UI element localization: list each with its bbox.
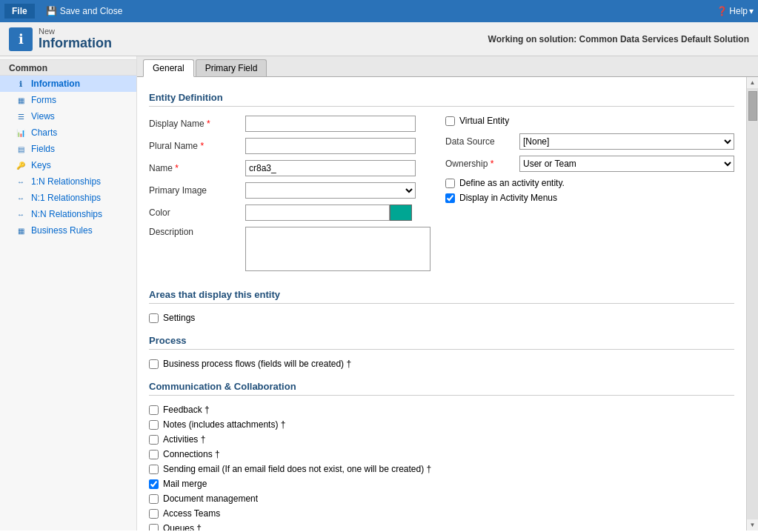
display-name-row: Display Name * xyxy=(149,116,430,132)
sidebar: Common ℹ Information ▦ Forms ☰ Views 📊 C… xyxy=(0,56,137,531)
name-input[interactable]: cr8a3_ xyxy=(245,160,416,176)
two-col-layout: Display Name * Plural Name * xyxy=(149,116,734,277)
help-button[interactable]: ❓ Help ▾ xyxy=(717,6,754,16)
scroll-up-button[interactable]: ▲ xyxy=(748,77,758,88)
display-name-label: Display Name * xyxy=(149,119,245,129)
save-close-label: Save and Close xyxy=(60,6,123,16)
sidebar-item-charts[interactable]: 📊 Charts xyxy=(0,124,136,141)
n1-rel-icon: ↔ xyxy=(15,192,27,204)
ownership-row: Ownership * User or Team xyxy=(445,156,734,172)
name-required: * xyxy=(175,163,179,173)
entity-definition-header: Entity Definition xyxy=(149,92,734,107)
data-source-select[interactable]: [None] xyxy=(519,133,734,150)
sidebar-item-n1-relationships[interactable]: ↔ N:1 Relationships xyxy=(0,190,136,206)
feedback-checkbox[interactable] xyxy=(149,405,159,415)
entity-icon: ℹ xyxy=(19,31,24,47)
content-area: General Primary Field Entity Definition … xyxy=(137,56,758,531)
sidebar-group-common: Common xyxy=(0,59,136,76)
comm-collab-section: Communication & Collaboration Feedback †… xyxy=(149,381,734,531)
virtual-entity-checkbox[interactable] xyxy=(445,116,455,126)
plural-name-row: Plural Name * xyxy=(149,138,430,154)
queues-row: Queues † xyxy=(149,523,734,531)
description-row: Description xyxy=(149,227,430,271)
areas-section: Areas that display this entity Settings xyxy=(149,289,734,323)
sidebar-label-fields: Fields xyxy=(31,144,55,154)
help-label: Help xyxy=(729,6,748,16)
define-activity-row: Define as an activity entity. xyxy=(445,178,734,188)
nn-rel-icon: ↔ xyxy=(15,208,27,220)
areas-section-header: Areas that display this entity xyxy=(149,289,734,304)
title-text: Information xyxy=(39,36,112,51)
primary-image-select[interactable] xyxy=(245,182,416,199)
sending-email-checkbox[interactable] xyxy=(149,465,159,474)
save-close-button[interactable]: 💾 Save and Close xyxy=(41,4,128,19)
display-activity-label: Display in Activity Menus xyxy=(459,193,557,203)
help-dropdown-icon: ▾ xyxy=(749,6,754,16)
main-layout: Common ℹ Information ▦ Forms ☰ Views 📊 C… xyxy=(0,56,758,531)
virtual-entity-row: Virtual Entity xyxy=(445,116,734,126)
settings-checkbox[interactable] xyxy=(149,313,159,323)
sidebar-item-fields[interactable]: ▤ Fields xyxy=(0,141,136,157)
sidebar-item-nn-relationships[interactable]: ↔ N:N Relationships xyxy=(0,206,136,222)
connections-checkbox[interactable] xyxy=(149,450,159,459)
notes-checkbox[interactable] xyxy=(149,420,159,430)
data-source-label: Data Source xyxy=(445,136,519,147)
mail-merge-checkbox[interactable] xyxy=(149,479,159,489)
mail-merge-label: Mail merge xyxy=(163,479,207,489)
new-label: New xyxy=(39,27,112,36)
display-activity-row: Display in Activity Menus xyxy=(445,193,734,203)
feedback-label: Feedback † xyxy=(163,405,210,415)
sidebar-item-1n-relationships[interactable]: ↔ 1:N Relationships xyxy=(0,173,136,190)
sidebar-item-views[interactable]: ☰ Views xyxy=(0,108,136,124)
file-button[interactable]: File xyxy=(4,4,35,19)
data-source-row: Data Source [None] xyxy=(445,133,734,150)
process-section-header: Process xyxy=(149,335,734,350)
plural-name-input[interactable] xyxy=(245,138,416,154)
header: ℹ New Information Working on solution: C… xyxy=(0,22,758,56)
color-swatch[interactable] xyxy=(390,205,412,221)
settings-row: Settings xyxy=(149,313,734,323)
form-content: Entity Definition Display Name * xyxy=(137,77,746,531)
display-activity-checkbox[interactable] xyxy=(445,193,455,203)
queues-label: Queues † xyxy=(163,523,202,531)
access-teams-checkbox[interactable] xyxy=(149,509,159,519)
access-teams-row: Access Teams xyxy=(149,508,734,519)
access-teams-label: Access Teams xyxy=(163,508,220,519)
primary-image-row: Primary Image xyxy=(149,182,430,199)
sidebar-label-forms: Forms xyxy=(31,95,56,105)
sidebar-item-information[interactable]: ℹ Information xyxy=(0,76,136,92)
sidebar-label-information: Information xyxy=(31,79,80,89)
header-left: ℹ New Information xyxy=(9,27,112,51)
toolbar: File 💾 Save and Close ❓ Help ▾ xyxy=(0,0,758,22)
primary-image-label: Primary Image xyxy=(149,185,245,196)
sidebar-item-forms[interactable]: ▦ Forms xyxy=(0,92,136,108)
feedback-row: Feedback † xyxy=(149,405,734,415)
sidebar-label-nn: N:N Relationships xyxy=(31,209,102,219)
define-activity-label: Define as an activity entity. xyxy=(459,178,565,188)
display-name-input[interactable] xyxy=(245,116,416,132)
page-title: Information xyxy=(39,36,112,51)
help-icon: ❓ xyxy=(717,6,728,16)
activities-checkbox[interactable] xyxy=(149,435,159,445)
sidebar-item-business-rules[interactable]: ▦ Business Rules xyxy=(0,222,136,239)
name-row: Name * cr8a3_ xyxy=(149,160,430,176)
scrollbar[interactable]: ▲ ▼ xyxy=(746,77,758,531)
info-icon: ℹ xyxy=(15,78,27,90)
queues-checkbox[interactable] xyxy=(149,524,159,531)
ownership-select[interactable]: User or Team xyxy=(519,156,734,172)
business-process-checkbox[interactable] xyxy=(149,359,159,369)
scroll-down-button[interactable]: ▼ xyxy=(748,519,758,531)
tab-general[interactable]: General xyxy=(143,59,194,77)
color-input[interactable] xyxy=(245,205,390,221)
tab-primary-field[interactable]: Primary Field xyxy=(196,59,267,76)
activities-row: Activities † xyxy=(149,434,734,445)
sidebar-label-n1: N:1 Relationships xyxy=(31,193,101,203)
scroll-thumb[interactable] xyxy=(748,91,757,121)
display-name-required: * xyxy=(207,119,210,129)
define-activity-checkbox[interactable] xyxy=(445,179,455,188)
document-mgmt-checkbox[interactable] xyxy=(149,494,159,504)
virtual-entity-label: Virtual Entity xyxy=(459,116,509,126)
connections-label: Connections † xyxy=(163,449,220,459)
sidebar-item-keys[interactable]: 🔑 Keys xyxy=(0,157,136,173)
description-textarea[interactable] xyxy=(245,227,430,271)
